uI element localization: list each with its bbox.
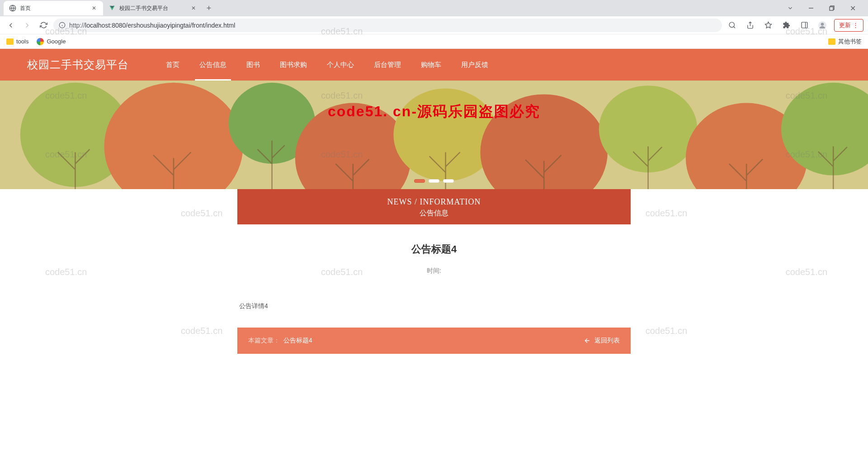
carousel-dots [414, 179, 454, 183]
carousel-dot-1[interactable] [414, 179, 425, 183]
footer-left: 本篇文章：公告标题4 [248, 337, 312, 345]
star-icon[interactable] [762, 19, 774, 32]
site-logo: 校园二手书交易平台 [27, 57, 129, 72]
nav-item-1[interactable]: 公告信息 [189, 49, 236, 81]
browser-toolbar: http://localhost:8080/ershoushujiaoyipin… [0, 16, 868, 34]
section-title-en: NEWS / INFORMATION [237, 197, 631, 207]
back-button[interactable] [5, 19, 17, 32]
hero-banner [0, 81, 868, 189]
new-tab-button[interactable]: + [203, 2, 215, 14]
toolbar-right: 更新 ⋮ [726, 19, 863, 32]
close-window-icon[interactable]: ✕ [846, 2, 859, 14]
article-body: 公告详情4 [237, 302, 631, 310]
url-text: localhost:8080/ershoushujiaoyipingtai/fr… [85, 22, 235, 29]
footer-value: 公告标题4 [283, 337, 312, 344]
svg-rect-1 [830, 7, 833, 10]
bookmark-label: 其他书签 [838, 38, 862, 46]
nav-item-2[interactable]: 图书 [236, 49, 270, 81]
article-meta: 时间: [237, 267, 631, 275]
minimize-icon[interactable] [805, 2, 817, 14]
bookmark-tools[interactable]: tools [6, 38, 28, 45]
bookmark-label: Google [47, 38, 66, 45]
url-protocol: http:// [69, 22, 85, 29]
tab-title: 首页 [20, 5, 90, 12]
google-icon [37, 38, 44, 45]
window-controls: ✕ [784, 2, 864, 14]
forward-button[interactable] [21, 19, 33, 32]
bookmark-google[interactable]: Google [37, 38, 66, 45]
nav-item-4[interactable]: 个人中心 [317, 49, 364, 81]
menu-dots-icon: ⋮ [853, 22, 859, 29]
folder-icon [828, 38, 835, 45]
site-header: 校园二手书交易平台 首页公告信息图书图书求购个人中心后台管理购物车用户反馈 [0, 49, 868, 81]
watermark-grey: code51.cn [646, 326, 687, 336]
vue-icon [108, 5, 116, 12]
globe-icon [9, 5, 16, 12]
article-title: 公告标题4 [237, 243, 631, 256]
svg-point-6 [821, 23, 824, 26]
side-panel-icon[interactable] [798, 19, 811, 32]
nav-item-3[interactable]: 图书求购 [270, 49, 317, 81]
watermark-grey: code51.cn [181, 326, 222, 336]
watermark-grey: code51.cn [181, 208, 222, 219]
article-footer: 本篇文章：公告标题4 返回列表 [237, 328, 631, 354]
nav-item-6[interactable]: 购物车 [411, 49, 451, 81]
url-bar[interactable]: http://localhost:8080/ershoushujiaoyipin… [53, 19, 722, 32]
info-icon [59, 22, 66, 29]
reload-button[interactable] [37, 19, 50, 32]
close-icon[interactable]: ✕ [190, 5, 197, 12]
chevron-down-icon[interactable] [784, 2, 797, 14]
watermark-grey: code51.cn [45, 267, 87, 277]
share-icon[interactable] [744, 19, 756, 32]
browser-tab-1[interactable]: 校园二手书交易平台 ✕ [103, 1, 203, 15]
update-label: 更新 [839, 21, 851, 29]
browser-chrome: 首页 ✕ 校园二手书交易平台 ✕ + ✕ http://localhost:80… [0, 0, 868, 49]
back-to-list-button[interactable]: 返回列表 [584, 337, 620, 345]
tab-bar: 首页 ✕ 校园二手书交易平台 ✕ + ✕ [0, 0, 868, 16]
update-button[interactable]: 更新 ⋮ [834, 19, 863, 32]
browser-tab-0[interactable]: 首页 ✕ [4, 1, 103, 15]
article: 公告标题4 时间: 公告详情4 [237, 243, 631, 310]
bookmark-label: tools [16, 38, 28, 45]
nav-item-7[interactable]: 用户反馈 [451, 49, 498, 81]
tab-title: 校园二手书交易平台 [119, 5, 190, 12]
section-header: NEWS / INFORMATION 公告信息 [237, 189, 631, 224]
svg-rect-4 [802, 22, 807, 28]
section-title-cn: 公告信息 [237, 209, 631, 218]
profile-icon[interactable] [816, 19, 829, 32]
footer-label: 本篇文章： [248, 337, 280, 344]
extensions-icon[interactable] [780, 19, 793, 32]
carousel-dot-2[interactable] [429, 179, 439, 183]
arrow-left-icon [584, 337, 591, 344]
folder-icon [6, 38, 14, 45]
close-icon[interactable]: ✕ [90, 5, 98, 12]
carousel-dot-3[interactable] [443, 179, 454, 183]
nav-item-5[interactable]: 后台管理 [364, 49, 411, 81]
main-nav: 首页公告信息图书图书求购个人中心后台管理购物车用户反馈 [156, 49, 498, 81]
maximize-icon[interactable] [826, 2, 838, 14]
bookmark-bar: tools Google 其他书签 [0, 34, 868, 49]
bookmark-other[interactable]: 其他书签 [828, 38, 862, 46]
watermark-grey: code51.cn [646, 208, 687, 219]
back-label: 返回列表 [594, 337, 620, 345]
zoom-icon[interactable] [726, 19, 738, 32]
svg-point-3 [729, 22, 734, 27]
nav-item-0[interactable]: 首页 [156, 49, 189, 81]
watermark-grey: code51.cn [786, 267, 827, 277]
